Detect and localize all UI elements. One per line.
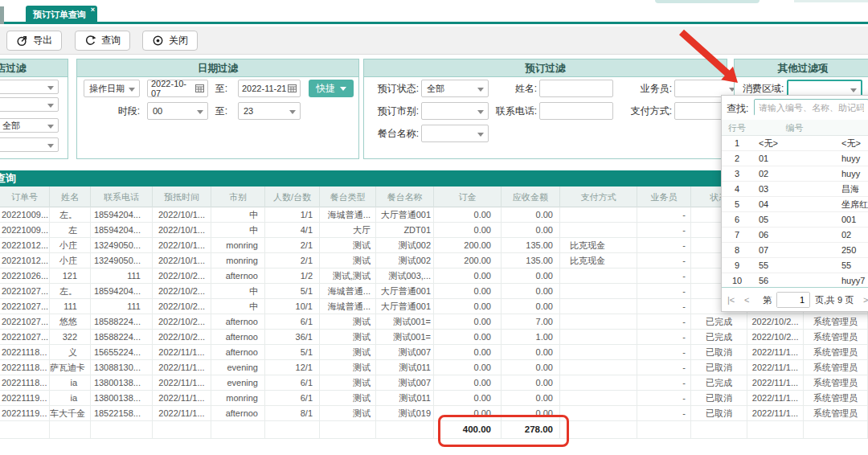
phone-input[interactable] xyxy=(539,102,613,120)
area-option-cell: 55 xyxy=(752,258,837,273)
area-option-cell: 7 xyxy=(722,228,752,243)
date-filter-panel: 日期过滤 操作日期 2022-10-07 至: 2022-11-21 快捷 时段… xyxy=(76,59,359,159)
popup-search-input[interactable] xyxy=(754,99,868,116)
table-name-dropdown[interactable] xyxy=(421,125,489,142)
calendar-icon xyxy=(195,84,204,94)
popup-search-label: 查找: xyxy=(727,100,748,117)
area-option-cell: 9 xyxy=(722,258,752,273)
guest-name-input[interactable] xyxy=(539,80,613,97)
table-cell: - xyxy=(637,207,691,223)
export-button[interactable]: 导出 xyxy=(6,31,62,51)
date-type-value: 操作日期 xyxy=(89,83,125,95)
chevron-down-icon xyxy=(197,110,203,114)
table-row[interactable]: 20221027...32218588224...2022/10/2...aft… xyxy=(0,330,868,345)
booking-status-label: 预订状态: xyxy=(371,80,419,97)
area-option-cell: 02 xyxy=(752,166,837,182)
table-cell: 20221012... xyxy=(0,238,50,253)
phone-label: 联系电话: xyxy=(489,102,537,120)
table-cell: 2022/11/1... xyxy=(153,345,211,360)
period-from-dropdown[interactable]: 00 xyxy=(147,102,208,120)
table-cell: afternoo xyxy=(211,268,265,284)
area-option-row[interactable]: 201huyy xyxy=(722,151,868,166)
store-filter-dropdown[interactable] xyxy=(0,97,59,112)
area-option-row[interactable]: 605001 xyxy=(722,212,868,228)
table-cell: - xyxy=(637,314,691,330)
next-page-icon[interactable]: > xyxy=(863,288,868,312)
table-cell: 0.00 xyxy=(502,375,560,391)
area-option-row[interactable]: 1<无><无> xyxy=(722,136,868,151)
period-to-dropdown[interactable]: 23 xyxy=(238,102,301,120)
table-cell: 测试 xyxy=(320,238,376,253)
period-to-label: 至: xyxy=(211,102,227,120)
table-cell: 测试001= xyxy=(376,314,434,330)
area-option-row[interactable]: 807250 xyxy=(722,243,868,258)
table-row[interactable]: 20221118...ia13800138...2022/11/1...even… xyxy=(0,375,868,391)
tab-close-icon[interactable]: × xyxy=(91,6,95,14)
table-cell: - xyxy=(637,238,691,253)
table-cell: afternoo xyxy=(211,406,265,421)
tab-stub[interactable] xyxy=(0,6,4,24)
result-band-title: 查询 xyxy=(0,172,16,184)
table-cell: 135.00 xyxy=(502,253,560,268)
table-cell: 0.00 xyxy=(434,375,502,391)
area-option-row[interactable]: 95555 xyxy=(722,258,868,273)
table-cell: 2022/11/1... xyxy=(153,375,211,391)
quick-date-button[interactable]: 快捷 xyxy=(309,80,354,97)
store-filter-dropdown[interactable] xyxy=(0,80,59,94)
table-cell: 111 xyxy=(91,268,153,284)
popup-column-header: 编号 xyxy=(752,120,837,136)
table-cell: 111 xyxy=(91,299,153,314)
area-option-row[interactable]: 403昌海 xyxy=(722,182,868,197)
table-cell: 测试002 xyxy=(376,238,434,253)
table-cell: 20221009... xyxy=(0,223,50,238)
table-cell: 测试003,... xyxy=(376,268,434,284)
table-row[interactable]: 20221118...萨瓦迪卡13088130...2022/11/1...ev… xyxy=(0,360,868,375)
table-cell: 18594204... xyxy=(91,207,153,223)
table-cell: 18594204... xyxy=(91,284,153,299)
table-cell: 中 xyxy=(211,207,265,223)
table-cell: 4/1 xyxy=(265,223,320,238)
area-option-row[interactable]: 302huyy xyxy=(722,166,868,182)
table-cell: 测试 xyxy=(320,330,376,345)
table-cell: 0.00 xyxy=(502,207,560,223)
table-cell: 121 xyxy=(50,268,91,284)
area-option-cell: 06 xyxy=(752,228,837,243)
page-number-input[interactable] xyxy=(776,292,810,308)
table-cell xyxy=(560,207,637,223)
date-to-input[interactable]: 2022-11-21 xyxy=(238,80,301,97)
close-button[interactable]: 关闭 xyxy=(142,31,198,51)
table-cell: 2022/11/1... xyxy=(153,360,211,375)
area-option-row[interactable]: 504坐席红 xyxy=(722,197,868,212)
table-row[interactable]: 20221118...义15655224...2022/11/1...after… xyxy=(0,345,868,360)
area-option-row[interactable]: 70602 xyxy=(722,228,868,243)
column-header: 联系电话 xyxy=(91,187,153,207)
chevron-down-icon xyxy=(477,110,484,114)
booking-market-dropdown[interactable] xyxy=(421,102,489,120)
table-cell: monring xyxy=(211,391,265,406)
table-cell: - xyxy=(637,375,691,391)
table-cell: 0.00 xyxy=(502,223,560,238)
query-label: 查询 xyxy=(101,34,121,47)
table-cell: - xyxy=(637,299,691,314)
date-type-dropdown[interactable]: 操作日期 xyxy=(84,80,140,97)
table-cell: 大厅 xyxy=(320,223,376,238)
date-from-input[interactable]: 2022-10-07 xyxy=(147,80,208,97)
query-button[interactable]: 查询 xyxy=(75,31,130,51)
tab-bar: 预订订单查询 × xyxy=(0,0,868,24)
table-row[interactable]: 20221119...ia13800138...2022/11/1...monr… xyxy=(0,391,868,406)
prev-page-icon[interactable]: < xyxy=(744,288,749,312)
chevron-down-icon xyxy=(850,88,857,92)
close-label: 关闭 xyxy=(169,34,188,47)
table-row[interactable]: 20221119...车大千金18522158...2022/11/1...af… xyxy=(0,406,868,421)
table-cell xyxy=(691,421,747,439)
column-header: 人数/台数 xyxy=(265,187,320,207)
store-filter-dropdown[interactable] xyxy=(0,137,59,152)
tab-booking-order-query[interactable]: 预订订单查询 × xyxy=(26,6,97,24)
table-cell: 0.00 xyxy=(502,406,560,421)
store-filter-dropdown[interactable]: 全部 xyxy=(0,118,59,133)
table-row[interactable]: 20221027...悠悠18588224...2022/10/2...afte… xyxy=(0,314,868,330)
first-page-icon[interactable]: |< xyxy=(727,288,735,312)
date-filter-title: 日期过滤 xyxy=(77,59,358,77)
table-cell: 测试 xyxy=(320,360,376,375)
booking-status-dropdown[interactable]: 全部 xyxy=(421,80,489,97)
